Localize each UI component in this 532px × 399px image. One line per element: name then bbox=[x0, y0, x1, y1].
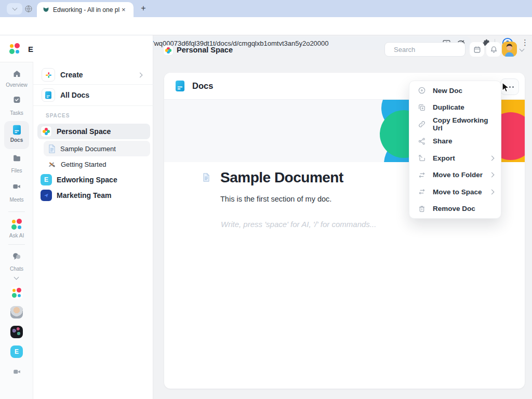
menu-item-move-to-folder[interactable]: Move to Folder bbox=[409, 167, 501, 184]
favicon bbox=[43, 6, 49, 13]
sidebar-item-marketing-team[interactable]: Marketing Team bbox=[37, 188, 150, 203]
workspace-avatar-edworking[interactable] bbox=[10, 287, 23, 299]
rail-divider bbox=[8, 244, 25, 245]
bell-icon bbox=[490, 45, 498, 54]
notifications-button[interactable] bbox=[486, 42, 501, 57]
more-options-icon bbox=[506, 86, 508, 88]
rail-item-overview[interactable]: Overview bbox=[0, 82, 33, 88]
overview-icon[interactable] bbox=[12, 69, 22, 78]
browser-menu-icon[interactable]: ⋮ bbox=[521, 38, 529, 47]
browser-tab[interactable]: Edworking - All in one platfo × bbox=[37, 2, 134, 17]
plus-circle-icon bbox=[418, 86, 426, 95]
menu-item-export[interactable]: Export bbox=[409, 150, 501, 167]
sidebar-item-sample-document[interactable]: Sample Document bbox=[44, 141, 150, 156]
doc-body-text[interactable]: This is the first section of my doc. bbox=[220, 195, 331, 203]
icon-rail bbox=[0, 35, 33, 399]
new-tab-button[interactable]: + bbox=[138, 3, 149, 14]
docs-icon[interactable] bbox=[12, 125, 21, 135]
meets-icon[interactable] bbox=[11, 182, 22, 191]
user-avatar-photo[interactable] bbox=[10, 306, 23, 318]
rail-item-docs-label: Docs bbox=[0, 137, 33, 143]
globe-icon bbox=[24, 5, 33, 13]
calendar-button[interactable] bbox=[470, 42, 484, 57]
share-icon bbox=[418, 137, 426, 145]
move-arrows-icon bbox=[418, 188, 426, 196]
sidebar-item-edworking-space[interactable]: E Edworking Space bbox=[37, 172, 150, 188]
doc-more-options-button[interactable] bbox=[500, 78, 519, 95]
doc-context-menu: New Doc Duplicate Copy Edworking Url Sha… bbox=[409, 81, 501, 219]
breadcrumb[interactable]: Personal Space bbox=[177, 46, 233, 54]
rail-divider bbox=[8, 211, 25, 212]
rail-item-tasks[interactable]: Tasks bbox=[0, 110, 33, 116]
rail-item-chats[interactable]: Chats bbox=[0, 266, 33, 272]
sidebar-item-create[interactable]: Create bbox=[33, 65, 153, 85]
user-avatar[interactable] bbox=[502, 42, 517, 57]
marketing-team-icon bbox=[41, 190, 52, 201]
browser-tab-strip: Edworking - All in one platfo × + bbox=[0, 0, 532, 17]
personal-space-icon bbox=[41, 126, 52, 137]
tab-search-button[interactable] bbox=[7, 3, 22, 15]
document-page-icon bbox=[48, 144, 56, 153]
breadcrumb-space-icon bbox=[164, 46, 173, 55]
files-icon[interactable] bbox=[12, 154, 22, 163]
menu-item-new-doc[interactable]: New Doc bbox=[409, 82, 501, 99]
edworking-space-icon: E bbox=[41, 174, 52, 185]
space-avatar-e[interactable]: E bbox=[10, 345, 23, 358]
screen: Edworking - All in one platfo × + ← → ↻ … bbox=[0, 0, 532, 399]
menu-item-remove-doc[interactable]: Remove Doc bbox=[409, 201, 501, 218]
video-camera-icon[interactable] bbox=[12, 368, 22, 376]
getting-started-label: Getting Started bbox=[61, 161, 106, 168]
all-docs-icon bbox=[42, 88, 55, 102]
doc-editor-placeholder[interactable]: Write, press 'space' for AI, '/' for com… bbox=[221, 220, 376, 229]
sidebar-item-getting-started[interactable]: Getting Started bbox=[44, 156, 150, 172]
sidebar-item-personal-space[interactable]: Personal Space bbox=[37, 124, 150, 139]
tab-title: Edworking - All in one platfo bbox=[53, 6, 119, 14]
edworking-space-label: Edworking Space bbox=[57, 176, 117, 184]
rail-item-files[interactable]: Files bbox=[0, 168, 33, 174]
docs-panel-icon bbox=[175, 80, 185, 92]
trash-icon bbox=[418, 205, 426, 213]
sidebar-item-all-docs[interactable]: All Docs bbox=[33, 85, 153, 106]
tab-close-icon[interactable]: × bbox=[122, 6, 126, 14]
create-label: Create bbox=[60, 71, 83, 79]
all-docs-label: All Docs bbox=[60, 91, 89, 99]
edworking-logo bbox=[9, 43, 20, 55]
rail-item-ask-ai[interactable]: Ask AI bbox=[0, 233, 33, 238]
chats-icon[interactable] bbox=[11, 251, 22, 261]
menu-item-duplicate[interactable]: Duplicate bbox=[409, 99, 501, 116]
ask-ai-icon[interactable] bbox=[11, 219, 22, 230]
submenu-chevron-icon bbox=[489, 172, 495, 178]
menu-item-copy-url[interactable]: Copy Edworking Url bbox=[409, 116, 501, 133]
hammer-wrench-icon bbox=[48, 161, 56, 168]
chevron-right-icon bbox=[138, 72, 143, 77]
search-input[interactable] bbox=[384, 42, 466, 57]
rail-item-meets[interactable]: Meets bbox=[0, 197, 33, 203]
create-plus-icon bbox=[42, 68, 55, 82]
move-arrows-icon bbox=[418, 171, 426, 179]
duplicate-icon bbox=[418, 103, 426, 112]
tasks-icon[interactable] bbox=[12, 95, 22, 104]
docs-panel-title: Docs bbox=[192, 81, 213, 91]
marketing-team-label: Marketing Team bbox=[57, 191, 112, 200]
profile-menu-chevron-icon[interactable] bbox=[520, 47, 525, 52]
link-icon bbox=[418, 120, 426, 128]
submenu-chevron-icon bbox=[489, 155, 495, 161]
doc-title-icon[interactable] bbox=[203, 173, 210, 182]
browser-toolbar: ← → ↻ app.edworking.com/cmetmj7wq00073d6… bbox=[0, 17, 532, 35]
spaces-section-label: SPACES bbox=[46, 113, 70, 118]
chevron-down-icon bbox=[12, 6, 17, 11]
submenu-chevron-icon bbox=[489, 189, 495, 194]
personal-space-label: Personal Space bbox=[57, 127, 111, 136]
user-avatar-dark-photo[interactable] bbox=[10, 326, 23, 338]
export-icon bbox=[418, 154, 426, 162]
calendar-icon bbox=[473, 46, 481, 54]
menu-item-move-to-space[interactable]: Move to Space bbox=[409, 183, 501, 201]
doc-title[interactable]: Sample Document bbox=[220, 169, 343, 186]
menu-item-share[interactable]: Share bbox=[409, 133, 501, 150]
sample-document-label: Sample Document bbox=[60, 145, 116, 153]
